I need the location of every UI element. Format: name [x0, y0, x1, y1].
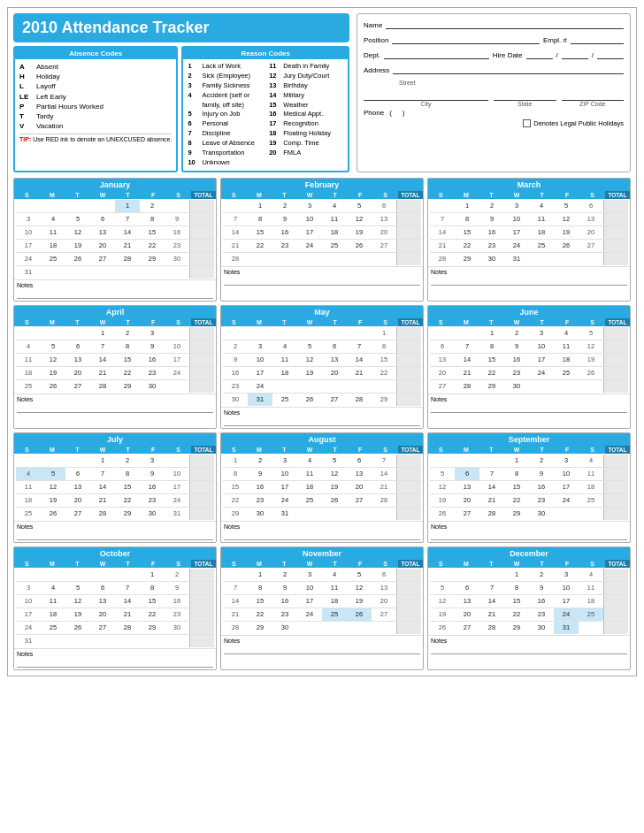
total-cell[interactable]: [189, 367, 214, 379]
total-cell[interactable]: [603, 455, 628, 467]
total-cell[interactable]: [189, 455, 214, 467]
total-cell[interactable]: [396, 340, 421, 353]
dept-field[interactable]: [384, 49, 489, 59]
total-cell[interactable]: [603, 340, 628, 353]
total-cell[interactable]: [189, 635, 214, 647]
total-cell[interactable]: [603, 595, 628, 608]
total-cell[interactable]: [189, 380, 214, 393]
reason-14: 14Military: [269, 91, 343, 101]
total-cell[interactable]: [189, 266, 214, 279]
notes-line[interactable]: [224, 277, 420, 286]
notes-line[interactable]: [431, 646, 627, 654]
total-cell[interactable]: [396, 226, 421, 239]
total-cell[interactable]: [396, 213, 421, 225]
total-cell[interactable]: [189, 508, 214, 520]
total-cell[interactable]: [603, 481, 628, 493]
notes-line[interactable]: [17, 531, 213, 540]
position-field[interactable]: [392, 34, 539, 44]
city-field[interactable]: [364, 90, 488, 101]
state-field[interactable]: [494, 90, 556, 101]
total-cell[interactable]: [603, 494, 628, 507]
total-cell[interactable]: [603, 226, 628, 239]
day-cell: 4: [16, 340, 41, 353]
total-cell[interactable]: [603, 468, 628, 480]
total-cell[interactable]: [396, 455, 421, 467]
total-cell[interactable]: [396, 622, 421, 634]
total-cell[interactable]: [189, 226, 214, 239]
notes-line[interactable]: [224, 646, 420, 654]
total-cell[interactable]: [396, 200, 421, 212]
total-cell[interactable]: [189, 240, 214, 252]
total-cell[interactable]: [189, 595, 214, 608]
total-cell[interactable]: [603, 582, 628, 594]
total-cell[interactable]: [396, 508, 421, 520]
total-cell[interactable]: [603, 327, 628, 340]
total-cell[interactable]: [396, 468, 421, 480]
hire-month[interactable]: [526, 49, 553, 59]
holiday-checkbox[interactable]: [523, 119, 531, 127]
day-header-s: S: [14, 560, 40, 568]
total-cell[interactable]: [396, 253, 421, 265]
header-left: 2010 Attendance Tracker Absence Codes AA…: [13, 13, 349, 172]
total-cell[interactable]: [396, 240, 421, 252]
total-cell[interactable]: [189, 327, 214, 340]
street-field[interactable]: [393, 64, 624, 74]
reason-20: 20FMLA: [269, 149, 343, 158]
total-cell[interactable]: [396, 394, 421, 406]
notes-line[interactable]: [431, 277, 627, 286]
total-cell[interactable]: [189, 569, 214, 581]
day-cell: 2: [115, 455, 140, 467]
total-cell[interactable]: [396, 569, 421, 581]
total-cell[interactable]: [603, 569, 628, 581]
notes-line[interactable]: [224, 531, 420, 540]
hire-day[interactable]: [562, 49, 588, 59]
notes-line[interactable]: [17, 659, 213, 668]
total-cell[interactable]: [189, 494, 214, 507]
notes-line[interactable]: [431, 531, 627, 540]
day-cell: 23: [504, 367, 529, 379]
notes-line[interactable]: [431, 404, 627, 413]
total-cell[interactable]: [396, 380, 421, 393]
total-cell[interactable]: [189, 481, 214, 493]
notes-line[interactable]: [17, 290, 213, 299]
total-cell[interactable]: [603, 200, 628, 212]
total-cell[interactable]: [396, 608, 421, 621]
total-cell[interactable]: [189, 340, 214, 353]
total-cell[interactable]: [603, 253, 628, 265]
total-cell[interactable]: [189, 354, 214, 366]
hire-year[interactable]: [597, 49, 624, 59]
total-cell[interactable]: [189, 608, 214, 621]
total-cell[interactable]: [396, 327, 421, 340]
total-cell[interactable]: [603, 354, 628, 366]
total-cell[interactable]: [189, 582, 214, 594]
total-cell[interactable]: [396, 354, 421, 366]
total-cell[interactable]: [189, 253, 214, 265]
total-cell[interactable]: [603, 508, 628, 520]
total-cell[interactable]: [189, 200, 214, 212]
notes-line[interactable]: [224, 417, 420, 426]
total-cell[interactable]: [189, 213, 214, 225]
zip-field[interactable]: [562, 90, 625, 101]
total-cell[interactable]: [603, 380, 628, 393]
total-cell[interactable]: [603, 608, 628, 621]
day-cell: 4: [322, 200, 347, 212]
total-cell[interactable]: [603, 240, 628, 252]
total-cell[interactable]: [396, 494, 421, 507]
calendar-header: SMTWTFSTOTAL: [14, 560, 216, 568]
name-field[interactable]: [386, 19, 624, 29]
notes-line[interactable]: [17, 404, 213, 413]
total-cell[interactable]: [189, 468, 214, 480]
day-cell: 29: [115, 508, 140, 520]
total-cell[interactable]: [603, 213, 628, 225]
total-cell[interactable]: [603, 367, 628, 379]
total-cell[interactable]: [396, 582, 421, 594]
day-header-s: S: [165, 446, 191, 454]
total-cell[interactable]: [396, 481, 421, 493]
total-cell[interactable]: [603, 622, 628, 634]
empl-field[interactable]: [571, 34, 624, 44]
total-cell[interactable]: [396, 367, 421, 379]
total-cell[interactable]: [396, 595, 421, 608]
table-row: 891011121314: [223, 468, 421, 481]
total-cell[interactable]: [189, 622, 214, 634]
day-cell: 24: [248, 380, 272, 393]
